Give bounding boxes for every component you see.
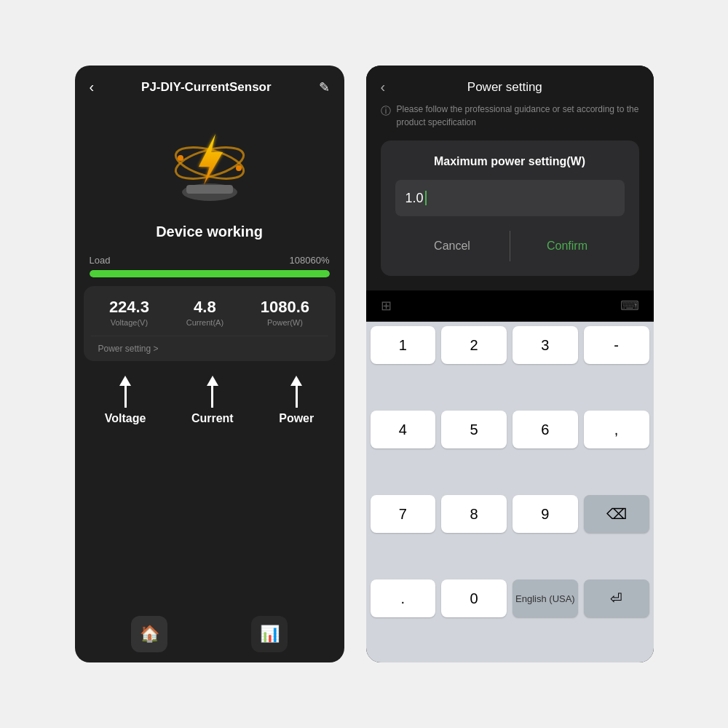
key-_[interactable]: , <box>584 411 649 448</box>
voltage-label: Voltage(V) <box>109 318 149 327</box>
confirm-button[interactable]: Confirm <box>510 231 625 261</box>
power-back-button[interactable]: ‹ <box>381 79 386 95</box>
voltage-arrow-label: Voltage <box>105 412 146 425</box>
modal-input-value: 1.0 <box>405 191 424 206</box>
key-_[interactable]: . <box>371 579 436 617</box>
modal-title: Maximum power setting(W) <box>395 155 625 168</box>
power-modal: Maximum power setting(W) 1.0 Cancel Conf… <box>381 141 639 276</box>
device-icon <box>166 123 253 210</box>
keyboard-dismiss-icon[interactable]: ⌨ <box>620 298 639 314</box>
current-arrow-label: Current <box>191 412 234 425</box>
key-3[interactable]: 3 <box>513 326 578 364</box>
edit-button[interactable]: ✎ <box>319 79 330 95</box>
chart-icon: 📊 <box>260 625 280 644</box>
load-header: Load 108060% <box>90 255 330 266</box>
info-icon: ⓘ <box>381 103 391 119</box>
key-_[interactable]: - <box>584 326 649 364</box>
left-panel: ‹ PJ-DIY-CurrentSensor ✎ <box>75 66 344 662</box>
arrow-power: Power <box>279 376 314 425</box>
cancel-button[interactable]: Cancel <box>395 231 510 261</box>
home-nav-button[interactable]: 🏠 <box>131 616 167 652</box>
keyboard-layout-icon[interactable]: ⊞ <box>381 298 392 314</box>
power-arrow-head <box>290 376 302 386</box>
svg-rect-1 <box>186 185 233 194</box>
voltage-value: 224.3 <box>109 298 149 317</box>
power-setting-link[interactable]: Power setting > <box>91 344 328 354</box>
key-_[interactable]: ⏎ <box>584 579 649 617</box>
key-8[interactable]: 8 <box>441 495 507 533</box>
right-top: ‹ Power setting ⓘ Please follow the prof… <box>366 66 654 290</box>
current-arrow-stem <box>211 386 213 408</box>
arrow-current: Current <box>191 376 234 425</box>
power-value: 1080.6 <box>261 298 309 317</box>
bottom-nav: 🏠 📊 <box>75 606 344 662</box>
svg-point-5 <box>178 155 183 161</box>
right-header: ‹ Power setting <box>366 66 654 103</box>
metrics-card: 224.3 Voltage(V) 4.8 Current(A) 1080.6 P… <box>84 286 336 361</box>
load-section: Load 108060% <box>75 255 344 286</box>
load-fill <box>90 270 330 277</box>
power-arrow-label: Power <box>279 412 314 425</box>
key-1[interactable]: 1 <box>371 326 436 364</box>
arrow-voltage: Voltage <box>105 376 146 425</box>
right-panel: ‹ Power setting ⓘ Please follow the prof… <box>366 66 654 662</box>
text-cursor <box>425 191 427 205</box>
arrows-labels: Voltage Current Power <box>75 361 344 432</box>
device-icon-area <box>75 108 344 218</box>
power-arrow-stem <box>296 386 298 408</box>
power-label: Power(W) <box>261 318 309 327</box>
device-status: Device working <box>75 223 344 240</box>
key-2[interactable]: 2 <box>441 326 507 364</box>
svg-point-6 <box>236 165 242 171</box>
metric-current: 4.8 Current(A) <box>186 298 223 327</box>
key-7[interactable]: 7 <box>371 495 436 533</box>
key-_[interactable]: ⌫ <box>584 495 649 533</box>
modal-buttons: Cancel Confirm <box>395 231 625 261</box>
key-9[interactable]: 9 <box>513 495 578 533</box>
metric-voltage: 224.3 Voltage(V) <box>109 298 149 327</box>
info-bar: ⓘ Please follow the professional guidanc… <box>366 103 654 141</box>
home-icon: 🏠 <box>140 625 159 644</box>
current-value: 4.8 <box>186 298 223 317</box>
metric-power: 1080.6 Power(W) <box>261 298 309 327</box>
metrics-row: 224.3 Voltage(V) 4.8 Current(A) 1080.6 P… <box>91 298 328 336</box>
load-label: Load <box>90 255 111 266</box>
chart-nav-button[interactable]: 📊 <box>251 616 288 652</box>
info-text: Please follow the professional guidance … <box>397 103 639 129</box>
numeric-keyboard: 123-456,789⌫.0English (USA)⏎ <box>366 322 654 662</box>
power-title: Power setting <box>392 80 617 95</box>
current-label: Current(A) <box>186 318 223 327</box>
load-value: 108060% <box>290 255 330 266</box>
voltage-arrow-head <box>119 376 131 386</box>
current-arrow-head <box>207 376 218 386</box>
modal-input-area[interactable]: 1.0 <box>395 180 625 216</box>
load-bar <box>90 270 330 277</box>
key-5[interactable]: 5 <box>441 411 507 448</box>
voltage-arrow-stem <box>124 386 127 408</box>
back-button[interactable]: ‹ <box>90 79 95 95</box>
keyboard-toolbar: ⊞ ⌨ <box>366 290 654 322</box>
key-0[interactable]: 0 <box>441 579 507 617</box>
device-title: PJ-DIY-CurrentSensor <box>141 80 272 95</box>
key-English__USA_[interactable]: English (USA) <box>513 579 578 617</box>
key-6[interactable]: 6 <box>513 411 578 448</box>
key-4[interactable]: 4 <box>371 411 436 448</box>
left-header: ‹ PJ-DIY-CurrentSensor ✎ <box>75 66 344 108</box>
